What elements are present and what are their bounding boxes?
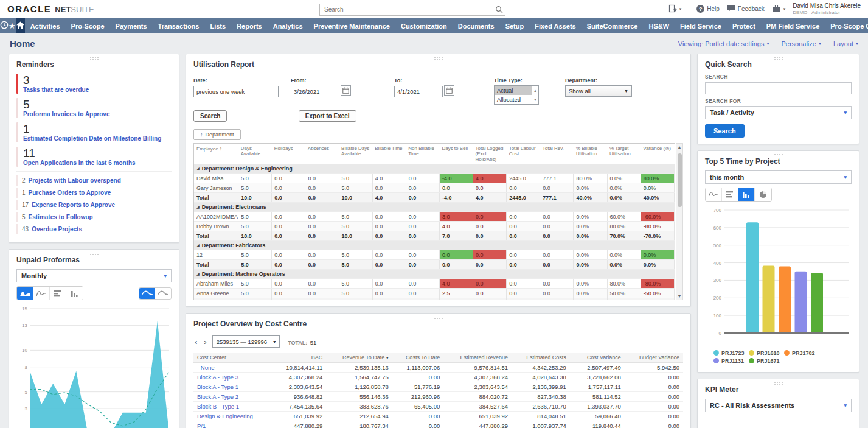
nav-item-pro-scope-cis[interactable]: Pro-Scope CIS: [825, 23, 868, 30]
nav-item-analytics[interactable]: Analytics: [268, 23, 308, 30]
reminder-headline-item[interactable]: 11 Open Applications in the last 6 month…: [16, 147, 172, 167]
drag-handle[interactable]: [89, 57, 99, 60]
group-by-department-button[interactable]: ↑Department: [193, 129, 241, 140]
project-row[interactable]: Block A - Type 12,303,643.541,126,858.78…: [193, 382, 683, 392]
table-scrollbar[interactable]: ▲ ▼: [676, 143, 683, 300]
reminder-list-item[interactable]: 2Projects with Labour overspend: [16, 175, 172, 186]
role-menu[interactable]: ▾: [772, 4, 786, 13]
project-column-header[interactable]: Revenue To Date ▾: [326, 353, 392, 363]
next-page-button[interactable]: ›: [203, 337, 207, 346]
search-icon[interactable]: [495, 5, 503, 16]
quick-search-input[interactable]: [705, 82, 852, 94]
nav-item-suitecommerce[interactable]: SuiteCommerce: [582, 23, 644, 30]
nav-item-field-service[interactable]: Field Service: [675, 23, 727, 30]
nav-item-documents[interactable]: Documents: [453, 23, 500, 30]
legend-item[interactable]: PRJ1131: [713, 358, 749, 364]
nav-item-hs-w[interactable]: HS&W: [643, 23, 675, 30]
utilisation-employee-row[interactable]: Anna Greene5.00.00.05.00.00.02.50.00.00.…: [194, 289, 675, 298]
utilisation-employee-row[interactable]: Bobby Brown5.00.00.05.00.00.04.00.00.00.…: [194, 222, 675, 231]
utilisation-column-header[interactable]: Non Billable Time: [406, 144, 439, 164]
project-column-header[interactable]: Estimated Costs: [512, 353, 570, 363]
drag-handle[interactable]: [434, 316, 443, 319]
reminder-headline-item[interactable]: 3 Tasks that are overdue: [16, 74, 172, 94]
utilisation-column-header[interactable]: % Target Utilisation: [607, 144, 641, 164]
vertical-bar-chart-button[interactable]: [738, 188, 755, 201]
scroll-down-icon[interactable]: ▼: [678, 294, 682, 298]
scrollbar-thumb[interactable]: [678, 153, 682, 207]
time-type-option[interactable]: Actual: [495, 86, 532, 95]
project-row[interactable]: Block A - Type 34,307,368.241,564,747.75…: [193, 373, 683, 382]
reminder-headline-item[interactable]: 5 Proforma Invoices to Approve: [16, 98, 172, 118]
project-row[interactable]: Block B - Type 17,454,135.64383,628.7665…: [193, 402, 683, 412]
calendar-icon[interactable]: [444, 85, 454, 96]
global-search-input[interactable]: [319, 4, 505, 16]
quick-search-button[interactable]: Search: [705, 124, 745, 138]
project-row[interactable]: Block A - Type 2936,648.82556,146.36212,…: [193, 392, 683, 402]
drag-handle[interactable]: [774, 153, 783, 156]
home-tab[interactable]: [16, 18, 25, 33]
page-range-select[interactable]: 2539135 — 129996▾: [212, 335, 280, 348]
utilisation-employee-row[interactable]: Abraham Miles5.00.00.05.00.00.04.00.00.0…: [194, 279, 675, 289]
utilisation-column-header[interactable]: Days Available: [238, 144, 272, 164]
nav-item-preventive-maintenance[interactable]: Preventive Maintenance: [308, 23, 395, 30]
legend-item[interactable]: PRJ1610: [749, 350, 784, 356]
reminder-headline-item[interactable]: 1 Estimated Completion Date on Milestone…: [16, 122, 172, 142]
full-range-toggle-button[interactable]: [139, 288, 155, 299]
from-date-input[interactable]: [291, 86, 339, 97]
top5-bar-chart[interactable]: 0100200300400500600700: [705, 205, 852, 349]
project-column-header[interactable]: BAC: [271, 353, 326, 363]
nav-item-payments[interactable]: Payments: [110, 23, 153, 30]
utilisation-column-header[interactable]: Total Rev.: [540, 144, 574, 164]
period-select[interactable]: this month▾: [705, 170, 852, 184]
kpi-metric-select[interactable]: RC - All Risk Assessments▾: [705, 399, 852, 412]
search-button[interactable]: Search: [193, 110, 227, 122]
utilisation-column-header[interactable]: Holidays: [272, 144, 305, 164]
personalize-menu[interactable]: Personalize▾: [781, 40, 821, 47]
utilisation-column-header[interactable]: Employee ↑: [194, 144, 238, 164]
netsuite-logo[interactable]: ORACLE NETSUITE: [7, 4, 94, 15]
layout-menu[interactable]: Layout▾: [833, 40, 858, 47]
project-column-header[interactable]: Costs To Date: [392, 353, 443, 363]
listbox-scroll-arrows[interactable]: ▲▼: [532, 86, 538, 104]
user-info[interactable]: David Misa Chris Akerele DEMO - Administ…: [793, 2, 861, 15]
recent-range-toggle-button[interactable]: [155, 288, 171, 299]
prev-page-button[interactable]: ‹: [193, 337, 198, 346]
drag-handle[interactable]: [434, 57, 443, 60]
nav-item-setup[interactable]: Setup: [500, 23, 530, 30]
nav-item-transactions[interactable]: Transactions: [153, 23, 205, 30]
reminder-list-item[interactable]: 1Purchase Orders to Approve: [16, 188, 172, 198]
time-type-option[interactable]: Allocated: [495, 95, 532, 104]
help-menu[interactable]: ? Help: [696, 5, 720, 13]
utilisation-employee-row[interactable]: David Misa5.00.00.05.04.00.0-4.04.02445.…: [194, 174, 675, 183]
horizontal-bar-chart-button[interactable]: [50, 287, 66, 300]
drag-handle[interactable]: [774, 382, 783, 385]
utilisation-column-header[interactable]: Total Logged (Excl Hols/Abs): [473, 144, 507, 164]
viewing-portlet-date-settings[interactable]: Viewing: Portlet date settings▾: [678, 40, 769, 47]
utilisation-employee-row[interactable]: Gary Jameson5.00.00.05.00.00.00.00.00.00…: [194, 183, 675, 193]
project-row[interactable]: - None -10,814,414.112,539,135.131,113,0…: [193, 363, 683, 373]
utilisation-column-header[interactable]: Variance (%): [641, 144, 674, 164]
nav-item-protect[interactable]: Protect: [727, 23, 761, 30]
area-chart-button[interactable]: [17, 287, 33, 300]
reminder-list-item[interactable]: 43Overdue Projects: [16, 224, 172, 234]
legend-item[interactable]: PRJ1671: [749, 358, 784, 364]
scroll-up-icon[interactable]: ▲: [678, 145, 682, 149]
reminder-list-item[interactable]: 5Estimates to Followup: [16, 212, 172, 222]
search-for-select[interactable]: Task / Activity▾: [705, 106, 852, 119]
pie-chart-button[interactable]: [755, 188, 771, 201]
horizontal-bar-chart-button[interactable]: [722, 188, 738, 201]
period-select[interactable]: Monthly▾: [16, 269, 172, 282]
utilisation-employee-row[interactable]: 125.00.00.05.00.00.00.00.00.00.00.0%0.0%…: [194, 250, 675, 260]
line-chart-button[interactable]: [706, 188, 722, 201]
reminder-list-item[interactable]: 17Expense Reports to Approve: [16, 200, 172, 210]
department-group-row[interactable]: ◢Department: Machine Operators: [194, 270, 675, 279]
line-chart-button[interactable]: [33, 287, 50, 300]
feedback-menu[interactable]: Feedback: [727, 5, 765, 13]
project-column-header[interactable]: Cost Variance: [570, 353, 625, 363]
nav-item-reports[interactable]: Reports: [231, 23, 268, 30]
department-group-row[interactable]: ◢Department: Electricians: [194, 203, 675, 212]
recent-records-menu[interactable]: [0, 18, 9, 33]
calendar-icon[interactable]: [341, 85, 351, 96]
drag-handle[interactable]: [89, 252, 99, 255]
shortcuts-menu[interactable]: ★: [9, 18, 16, 33]
